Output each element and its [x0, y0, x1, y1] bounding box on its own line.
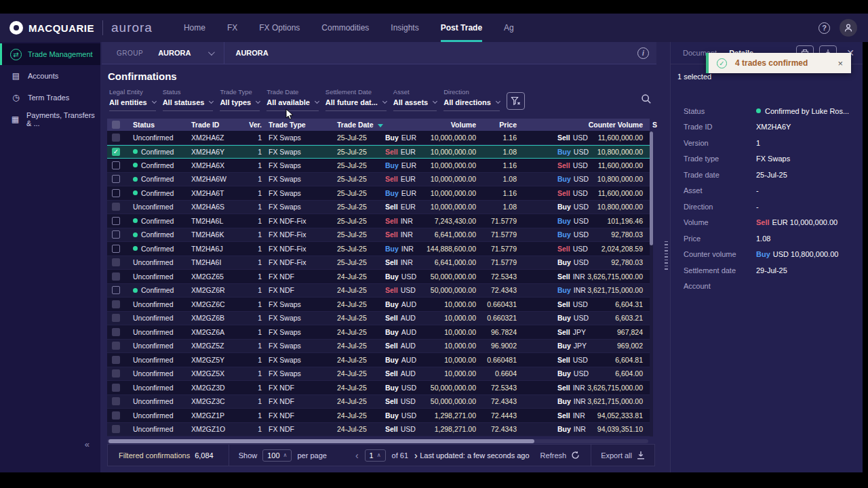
select-all-checkbox[interactable] — [107, 121, 125, 129]
panel-resize-handle[interactable] — [665, 241, 668, 271]
row-checkbox[interactable] — [112, 258, 120, 266]
vertical-scroll-thumb[interactable] — [650, 131, 653, 245]
row-checkbox[interactable] — [112, 314, 120, 322]
trade-row[interactable]: Unconfirmed XM2GZ65 1 FX NDF 24-Jul-25 B… — [107, 270, 650, 284]
row-checkbox[interactable] — [112, 230, 120, 239]
nav-item[interactable]: FX — [227, 14, 237, 42]
nav-item[interactable]: Post Trade — [441, 14, 482, 42]
sidebar-item[interactable]: ▦ Payments, Transfers & ... — [0, 108, 100, 130]
row-checkbox[interactable] — [112, 161, 120, 169]
row-checkbox[interactable] — [112, 134, 120, 142]
trade-row[interactable]: Unconfirmed XM2HA6Z 1 FX Swaps 25-Jul-25… — [107, 131, 650, 145]
filter-dropdown[interactable]: Legal Entity All entities — [109, 88, 156, 111]
trade-row[interactable]: Confirmed XM2HA6T 1 FX Swaps 25-Jul-25 B… — [107, 186, 650, 201]
row-checkbox[interactable] — [112, 356, 120, 364]
row-checkbox[interactable]: ✓ — [112, 148, 120, 156]
row-counter-volume: 6,604.31 — [574, 300, 650, 308]
row-trade-id: XM2GZ3C — [186, 397, 245, 405]
filter-dropdown[interactable]: Settlement Date All future dat... — [326, 88, 387, 111]
row-volume: 10,000,000.00 — [412, 189, 487, 197]
trade-row[interactable]: ✓ Confirmed XM2HA6Y 1 FX Swaps 25-Jul-25… — [107, 145, 650, 159]
row-direction2: Sell — [557, 411, 570, 420]
sidebar-item[interactable]: ⇄ Trade Management — [0, 43, 100, 65]
trade-row[interactable]: Confirmed TM2HA6K 1 FX NDF-Fix 25-Jul-25… — [107, 228, 650, 243]
sidebar-collapse-button[interactable]: « — [85, 439, 90, 449]
export-all-button[interactable]: Export all — [601, 451, 645, 460]
trade-row[interactable]: Unconfirmed XM2GZ5Z 1 FX Swaps 24-Jul-25… — [107, 340, 650, 354]
refresh-button[interactable]: Refresh — [540, 451, 580, 460]
row-checkbox[interactable] — [112, 369, 120, 378]
filter-funnel-button[interactable] — [507, 92, 525, 110]
filter-dropdown[interactable]: Direction All directions — [443, 88, 500, 111]
search-icon[interactable] — [641, 94, 652, 104]
row-checkbox[interactable] — [112, 328, 120, 336]
col-volume[interactable]: Volume — [412, 121, 487, 129]
horizontal-scroll-thumb[interactable] — [108, 439, 534, 443]
row-checkbox[interactable] — [112, 245, 120, 253]
trade-row[interactable]: Unconfirmed XM2GZ6B 1 FX Swaps 24-Jul-25… — [107, 312, 650, 326]
row-direction1: Sell — [385, 217, 398, 225]
trade-row[interactable]: Confirmed XM2HA6X 1 FX Swaps 25-Jul-25 B… — [107, 159, 650, 173]
info-icon[interactable]: i — [637, 47, 649, 59]
trade-row[interactable]: Unconfirmed XM2GZ1P 1 FX NDF 24-Jul-25 B… — [107, 409, 650, 423]
nav-item[interactable]: Home — [184, 14, 205, 42]
col-counter-volume[interactable]: Counter Volume — [574, 121, 650, 129]
refresh-label: Refresh — [540, 451, 567, 460]
toast-close-icon[interactable]: × — [837, 58, 843, 68]
sidebar-item[interactable]: ◷ Term Trades — [0, 87, 100, 108]
col-status[interactable]: Status — [125, 121, 186, 129]
row-checkbox[interactable] — [112, 203, 120, 211]
row-checkbox[interactable] — [112, 411, 120, 420]
trade-row[interactable]: Unconfirmed XM2GZ1O 1 FX NDF 24-Jul-25 S… — [107, 423, 650, 437]
col-price[interactable]: Price — [487, 121, 526, 129]
chevron-down-icon — [208, 49, 215, 56]
row-direction2: Buy — [557, 148, 571, 156]
row-checkbox[interactable] — [112, 425, 120, 433]
nav-item[interactable]: Ag — [504, 14, 514, 42]
trade-row[interactable]: Unconfirmed TM2HA6I 1 FX NDF-Fix 25-Jul-… — [107, 256, 650, 270]
trade-row[interactable]: Unconfirmed XM2GZ5Y 1 FX Swaps 24-Jul-25… — [107, 353, 650, 367]
filter-dropdown[interactable]: Asset All assets — [393, 88, 437, 111]
trade-row[interactable]: Confirmed TM2HA6L 1 FX NDF-Fix 25-Jul-25… — [107, 214, 650, 228]
row-checkbox[interactable] — [112, 342, 120, 350]
nav-item[interactable]: Commodities — [321, 14, 369, 42]
filter-dropdown[interactable]: Status All statuses — [163, 88, 214, 111]
col-trade-id[interactable]: Trade ID — [186, 121, 245, 129]
sidebar-item[interactable]: ▤ Accounts — [0, 65, 100, 87]
page-number-select[interactable]: 1 ∧ — [365, 449, 386, 462]
filter-dropdown[interactable]: Trade Date All available — [267, 88, 319, 111]
trade-row[interactable]: Unconfirmed XM2GZ6C 1 FX Swaps 24-Jul-25… — [107, 298, 650, 312]
row-direction2: Buy — [557, 258, 571, 266]
col-trade-date[interactable]: Trade Date — [319, 121, 372, 129]
row-checkbox[interactable] — [112, 189, 120, 197]
col-clipped: S — [652, 121, 657, 129]
table-horizontal-scrollbar[interactable] — [107, 439, 648, 443]
nav-item[interactable]: Insights — [391, 14, 418, 42]
prev-page-icon[interactable]: ‹ — [355, 450, 359, 461]
col-trade-type[interactable]: Trade Type — [262, 121, 319, 129]
trade-row[interactable]: Unconfirmed XM2GZ3D 1 FX NDF 24-Jul-25 B… — [107, 381, 650, 395]
filter-dropdown[interactable]: Trade Type All types — [220, 88, 260, 111]
row-checkbox[interactable] — [112, 384, 120, 392]
trade-row[interactable]: Unconfirmed XM2GZ5X 1 FX Swaps 24-Jul-25… — [107, 367, 650, 382]
trade-row[interactable]: Unconfirmed XM2GZ6A 1 FX Swaps 24-Jul-25… — [107, 325, 650, 340]
trade-row[interactable]: Confirmed TM2HA6J 1 FX NDF-Fix 25-Jul-25… — [107, 242, 650, 256]
trade-row[interactable]: Confirmed XM2GZ6R 1 FX NDF 24-Jul-25 Sel… — [107, 284, 650, 298]
next-page-icon[interactable]: › — [414, 450, 418, 461]
trade-row[interactable]: Unconfirmed XM2HA6S 1 FX Swaps 25-Jul-25… — [107, 201, 650, 215]
row-checkbox[interactable] — [112, 272, 120, 281]
row-checkbox[interactable] — [112, 300, 120, 308]
page-size-select[interactable]: 100 ∧ — [262, 449, 292, 462]
col-version[interactable]: Ver. — [245, 121, 262, 129]
row-checkbox[interactable] — [112, 397, 120, 405]
trade-row[interactable]: Confirmed XM2HA6W 1 FX Swaps 25-Jul-25 S… — [107, 173, 650, 187]
row-checkbox[interactable] — [112, 217, 120, 225]
table-vertical-scrollbar[interactable] — [650, 131, 653, 436]
row-checkbox[interactable] — [112, 175, 120, 183]
trade-row[interactable]: Unconfirmed XM2GZ3C 1 FX NDF 24-Jul-25 S… — [107, 395, 650, 409]
help-icon[interactable]: ? — [818, 22, 830, 34]
nav-item[interactable]: FX Options — [259, 14, 300, 42]
row-checkbox[interactable] — [112, 286, 120, 294]
group-selector[interactable]: AURORA — [158, 49, 213, 57]
user-avatar[interactable] — [840, 19, 857, 37]
